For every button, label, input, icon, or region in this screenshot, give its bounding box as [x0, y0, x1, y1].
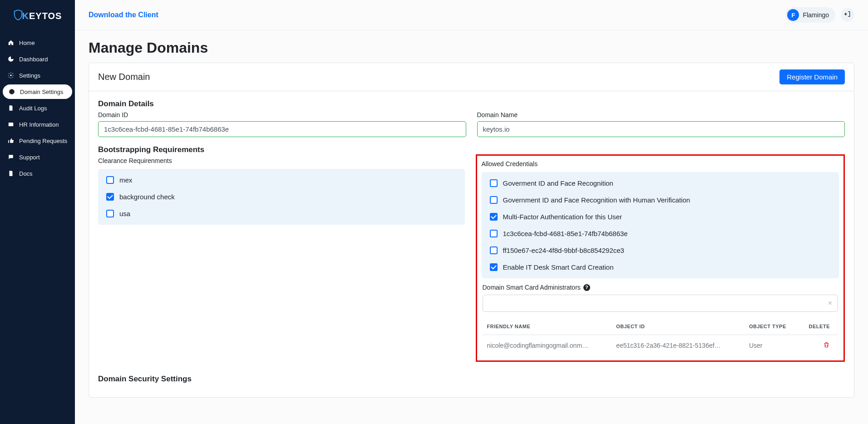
content: Manage Domains New Domain Register Domai… [75, 30, 868, 424]
clearance-list: mex background check usa [98, 169, 465, 225]
sidebar-item-label: Pending Requests [19, 138, 67, 144]
sidebar-item-label: Support [19, 154, 40, 161]
sidebar-item-settings[interactable]: Settings [0, 67, 75, 84]
checkbox[interactable] [490, 230, 498, 237]
file-lock-icon [7, 104, 15, 112]
sidebar: KEYTOS Home Dashboard Settings Domain Se… [0, 0, 75, 424]
logo: KEYTOS [0, 5, 75, 35]
sidebar-item-audit-logs[interactable]: Audit Logs [0, 100, 75, 116]
sidebar-item-docs[interactable]: Docs [0, 165, 75, 182]
checkbox-label: Government ID and Face Recognition with … [503, 196, 690, 204]
sidebar-item-home[interactable]: Home [0, 35, 75, 51]
checkbox-label: ff150e67-ec24-4f8d-9bbf-b8c854292ce3 [503, 247, 624, 254]
logo-ey: EY [29, 11, 42, 21]
table-header-delete: DELETE [799, 318, 838, 335]
card-header: New Domain Register Domain [89, 63, 854, 91]
allowed-item-guid-1[interactable]: 1c3c6cea-fcbd-4681-85e1-74fb74b6863e [484, 225, 837, 242]
allowed-item-gov-id-face[interactable]: Goverment ID and Face Recognition [484, 175, 837, 192]
cell-object-id: ee51c316-2a36-421e-8821-5136ef… [612, 335, 745, 356]
allowed-credentials-highlight: Allowed Credentials Goverment ID and Fac… [476, 154, 845, 362]
checkbox[interactable] [490, 196, 498, 204]
download-client-link[interactable]: Download the Client [89, 11, 158, 19]
checkbox[interactable] [490, 179, 498, 187]
table-header-object-type: OBJECT TYPE [745, 318, 799, 335]
checkbox-label: Goverment ID and Face Recognition [503, 179, 613, 187]
new-domain-title: New Domain [98, 72, 150, 82]
allowed-item-mfa[interactable]: Multi-Factor Authentication for this Use… [484, 208, 837, 225]
home-icon [7, 39, 15, 46]
checkbox-label: background check [119, 193, 175, 201]
sidebar-item-pending-requests[interactable]: Pending Requests [0, 133, 75, 149]
checkbox[interactable] [490, 263, 498, 271]
admins-label: Domain Smart Card Administrators [483, 284, 581, 291]
id-card-icon [7, 121, 15, 128]
sidebar-item-dashboard[interactable]: Dashboard [0, 51, 75, 67]
checkbox-label: usa [119, 210, 130, 217]
logo-k: K [22, 11, 29, 21]
dashboard-icon [7, 55, 15, 63]
allowed-item-gov-id-face-human[interactable]: Government ID and Face Recognition with … [484, 192, 837, 208]
logout-icon [844, 10, 851, 20]
sidebar-item-label: Audit Logs [19, 105, 47, 112]
clearance-item-usa[interactable]: usa [101, 205, 462, 222]
trash-icon[interactable] [823, 341, 830, 348]
clear-icon[interactable]: × [828, 299, 832, 307]
document-icon [7, 170, 15, 177]
sidebar-item-domain-settings[interactable]: Domain Settings [3, 84, 72, 99]
sidebar-nav: Home Dashboard Settings Domain Settings … [0, 35, 75, 182]
allowed-list: Goverment ID and Face Recognition Govern… [482, 172, 839, 278]
allowed-label: Allowed Credentials [477, 158, 844, 168]
domain-card: New Domain Register Domain Domain Detail… [89, 63, 854, 398]
sidebar-item-label: Docs [19, 170, 33, 177]
checkbox[interactable] [106, 210, 114, 217]
domain-id-input[interactable] [98, 121, 466, 137]
table-header-friendly-name: FRIENDLY NAME [483, 318, 612, 335]
sidebar-item-label: Home [19, 39, 35, 46]
sidebar-item-label: Settings [19, 72, 40, 79]
checkbox-label: Enable IT Desk Smart Card Creation [503, 263, 614, 271]
checkbox[interactable] [490, 213, 498, 221]
domain-details-title: Domain Details [98, 99, 845, 108]
topbar-right: F Flamingo [785, 7, 854, 23]
security-title: Domain Security Settings [98, 375, 845, 384]
sidebar-item-hr-information[interactable]: HR Information [0, 116, 75, 133]
chat-icon [7, 153, 15, 161]
shield-icon [13, 9, 23, 23]
admins-select[interactable]: × [483, 295, 838, 312]
cell-friendly-name: nicole@codingflamingogmail.onm… [483, 335, 612, 356]
checkbox-label: Multi-Factor Authentication for this Use… [503, 213, 622, 221]
domain-name-input[interactable] [477, 121, 845, 137]
clearance-item-mex[interactable]: mex [101, 172, 462, 188]
checkbox-label: mex [119, 176, 132, 184]
help-icon[interactable]: ? [583, 284, 590, 291]
thumbs-up-icon [7, 137, 15, 144]
register-domain-button[interactable]: Register Domain [779, 69, 845, 84]
globe-icon [8, 88, 15, 95]
table-row: nicole@codingflamingogmail.onm… ee51c316… [483, 335, 838, 356]
main: Download the Client F Flamingo Manage Do… [75, 0, 868, 424]
checkbox[interactable] [490, 247, 498, 254]
allowed-item-guid-2[interactable]: ff150e67-ec24-4f8d-9bbf-b8c854292ce3 [484, 242, 837, 259]
card-body: Domain Details Domain ID Domain Name Boo… [89, 91, 854, 397]
page-title: Manage Domains [89, 39, 854, 56]
sidebar-item-label: Dashboard [19, 56, 48, 63]
sidebar-item-support[interactable]: Support [0, 149, 75, 165]
domain-id-label: Domain ID [98, 111, 466, 118]
user-name: Flamingo [803, 11, 829, 19]
admins-table: FRIENDLY NAME OBJECT ID OBJECT TYPE DELE… [483, 318, 838, 356]
bootstrap-title: Bootstrapping Requirements [98, 145, 845, 154]
logo-tos: TOS [42, 11, 62, 21]
user-chip[interactable]: F Flamingo [785, 7, 835, 23]
checkbox[interactable] [106, 176, 114, 184]
svg-point-0 [10, 74, 12, 76]
avatar: F [787, 9, 799, 21]
checkbox[interactable] [106, 193, 114, 201]
sidebar-item-label: HR Information [19, 121, 59, 128]
topbar: Download the Client F Flamingo [75, 0, 868, 30]
checkbox-label: 1c3c6cea-fcbd-4681-85e1-74fb74b6863e [503, 230, 628, 237]
allowed-item-it-desk[interactable]: Enable IT Desk Smart Card Creation [484, 259, 837, 276]
sidebar-item-label: Domain Settings [20, 89, 63, 95]
clearance-item-background-check[interactable]: background check [101, 188, 462, 205]
cell-object-type: User [745, 335, 799, 356]
logout-button[interactable] [841, 8, 854, 22]
